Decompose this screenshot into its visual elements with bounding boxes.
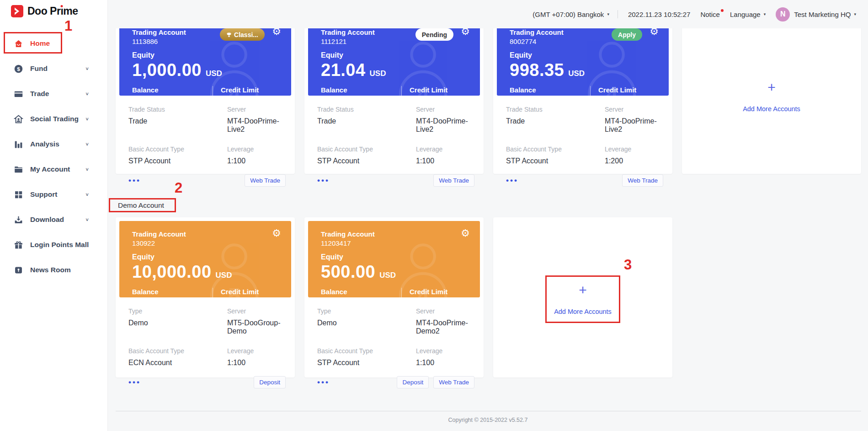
header-divider xyxy=(213,86,213,96)
more-options-icon[interactable]: ••• xyxy=(317,378,330,387)
settings-gear-icon[interactable]: ⚙ xyxy=(461,228,470,238)
caret-down-icon: ▾ xyxy=(764,12,766,16)
sidebar-item-my-account[interactable]: My Account ∨ xyxy=(0,162,107,177)
sidebar-item-analysis[interactable]: Analysis ∨ xyxy=(0,136,107,152)
sidebar: Doo Prıme Home $ Fund ∨ Trade ∨ xyxy=(0,0,108,431)
deposit-button[interactable]: Deposit xyxy=(254,376,286,388)
notice-badge-dot xyxy=(721,9,724,12)
header-divider xyxy=(401,86,402,96)
social-trading-icon xyxy=(14,114,23,124)
footer-divider xyxy=(116,411,861,411)
sidebar-item-label: Login Points Mall xyxy=(30,241,89,249)
field-type: TypeDemo xyxy=(317,307,416,335)
field-trade-status: Trade StatusTrade xyxy=(506,106,605,134)
web-trade-button[interactable]: Web Trade xyxy=(433,376,474,388)
field-trade-status: Trade StatusTrade xyxy=(317,106,416,134)
more-options-icon[interactable]: ••• xyxy=(128,176,141,185)
analysis-icon xyxy=(14,140,23,149)
language-selector[interactable]: Language▾ xyxy=(730,11,766,18)
settings-gear-icon[interactable]: ⚙ xyxy=(272,228,281,238)
credit-limit-label: Credit Limit xyxy=(598,86,636,94)
balance-label: Balance xyxy=(132,288,213,296)
field-leverage: Leverage1:100 xyxy=(227,347,282,367)
equity-value: 500.00 xyxy=(321,262,375,282)
trading-account-card-1113886: Trading Account 1113886 Equity 1,000.00U… xyxy=(116,16,295,174)
sidebar-item-label: Support xyxy=(30,190,57,199)
annotation-box-2: Demo Account xyxy=(109,198,176,212)
trading-account-card-1112121: Trading Account 1112121 Equity 21.04USD … xyxy=(304,16,484,174)
header-divider xyxy=(213,288,213,297)
header-divider xyxy=(401,288,402,297)
sidebar-item-trade[interactable]: Trade ∨ xyxy=(0,86,107,102)
web-trade-button[interactable]: Web Trade xyxy=(245,174,286,187)
annotation-box-3: + Add More Accounts xyxy=(545,275,620,323)
field-basic-account-type: Basic Account TypeSTP Account xyxy=(317,145,416,165)
field-server: ServerMT5-DooGroup-Demo xyxy=(227,307,282,335)
account-menu[interactable]: N Test Marketing HQ▾ xyxy=(776,7,856,22)
demo-account-card-11203417: Trading Account 11203417 Equity 500.00US… xyxy=(304,217,484,377)
chevron-down-icon: ∨ xyxy=(85,116,89,121)
sidebar-item-fund[interactable]: $ Fund ∨ xyxy=(0,61,107,76)
status-badge-pending: Pending xyxy=(415,28,453,41)
balance-label: Balance xyxy=(321,288,401,296)
plus-icon: + xyxy=(767,81,776,94)
sidebar-item-download[interactable]: Download ∨ xyxy=(0,212,107,227)
demo-account-section-label: Demo Account xyxy=(118,201,164,210)
field-basic-account-type: Basic Account TypeSTP Account xyxy=(128,145,227,165)
fund-icon: $ xyxy=(14,64,23,74)
svg-text:$: $ xyxy=(17,65,20,72)
sidebar-item-news-room[interactable]: News Room xyxy=(0,262,107,278)
header-divider xyxy=(590,86,591,96)
sidebar-item-label: My Account xyxy=(30,165,70,173)
add-more-accounts-panel-demo[interactable]: + Add More Accounts 3 xyxy=(493,217,672,377)
notice-button[interactable]: Notice xyxy=(700,11,720,18)
field-leverage: Leverage1:100 xyxy=(227,145,282,165)
field-leverage: Leverage1:100 xyxy=(416,347,471,367)
sidebar-item-login-points-mall[interactable]: Login Points Mall xyxy=(0,237,107,253)
equity-value: 21.04 xyxy=(321,60,366,80)
sidebar-nav: Home $ Fund ∨ Trade ∨ Social Trading ∨ xyxy=(0,36,107,287)
sidebar-item-label: Social Trading xyxy=(30,115,79,123)
trade-icon xyxy=(14,89,23,99)
field-server: ServerMT4-DooPrime-Demo2 xyxy=(416,307,471,335)
plus-icon: + xyxy=(579,283,587,297)
sidebar-item-label: Home xyxy=(30,39,50,48)
field-leverage: Leverage1:200 xyxy=(605,145,660,165)
account-level-badge[interactable]: Classi... xyxy=(220,28,265,41)
sidebar-item-home[interactable]: Home xyxy=(0,36,107,51)
trophy-icon xyxy=(226,32,232,38)
chevron-down-icon: ∨ xyxy=(85,167,89,172)
avatar: N xyxy=(776,7,790,22)
caret-down-icon: ▾ xyxy=(854,12,856,16)
chevron-down-icon: ∨ xyxy=(85,192,89,197)
download-icon xyxy=(14,215,23,225)
equity-value: 998.35 xyxy=(510,60,564,80)
annotation-number-1: 1 xyxy=(64,19,72,33)
add-more-accounts-panel[interactable]: + Add More Accounts xyxy=(682,16,861,174)
credit-limit-label: Credit Limit xyxy=(410,86,447,94)
timezone-selector[interactable]: (GMT +07:00) Bangkok▾ xyxy=(533,11,609,18)
datetime-display: 2022.11.23 10:52:27 xyxy=(628,11,691,18)
more-options-icon[interactable]: ••• xyxy=(506,176,518,185)
demo-account-card-130922: Trading Account 130922 Equity 10,000.00U… xyxy=(116,217,295,377)
sidebar-item-label: Trade xyxy=(30,90,49,98)
topbar: (GMT +07:00) Bangkok▾ 2022.11.23 10:52:2… xyxy=(108,0,868,28)
chevron-down-icon: ∨ xyxy=(85,91,89,96)
support-icon xyxy=(14,190,23,199)
sidebar-item-support[interactable]: Support ∨ xyxy=(0,187,107,202)
field-leverage: Leverage1:100 xyxy=(416,145,471,165)
sidebar-item-label: Download xyxy=(30,216,64,224)
apply-badge[interactable]: Apply xyxy=(612,28,642,41)
home-icon xyxy=(14,39,23,48)
deposit-button[interactable]: Deposit xyxy=(397,376,429,388)
sidebar-item-social-trading[interactable]: Social Trading ∨ xyxy=(0,111,107,127)
more-options-icon[interactable]: ••• xyxy=(317,176,330,185)
web-trade-button[interactable]: Web Trade xyxy=(622,174,663,187)
doo-prime-logo[interactable]: Doo Prıme xyxy=(11,5,78,17)
more-options-icon[interactable]: ••• xyxy=(128,378,141,387)
add-more-accounts-label: Add More Accounts xyxy=(554,308,612,315)
logo-text: Doo Prıme xyxy=(27,5,78,17)
field-server: ServerMT4-DooPrime-Live2 xyxy=(605,106,660,134)
web-trade-button[interactable]: Web Trade xyxy=(433,174,474,187)
balance-label: Balance xyxy=(132,86,213,94)
